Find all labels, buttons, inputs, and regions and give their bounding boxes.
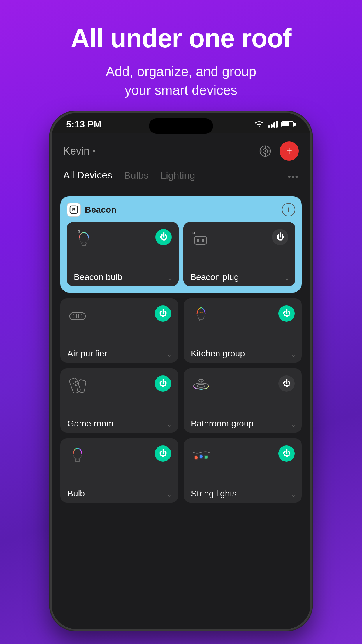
- game-room-header: ⏻: [67, 375, 171, 396]
- string-lights-header: ⏻: [191, 445, 295, 466]
- svg-point-31: [194, 383, 209, 389]
- plus-icon: +: [286, 146, 292, 156]
- header-actions: +: [257, 141, 299, 161]
- kitchen-group-chevron[interactable]: ⌄: [291, 351, 296, 358]
- add-button[interactable]: +: [280, 141, 299, 161]
- air-purifier-card[interactable]: ⏻ Air purifier ⌄: [60, 298, 178, 363]
- tabs-bar: All Devices Bulbs Lighting •••: [52, 167, 310, 190]
- power-on-icon: ⏻: [159, 309, 167, 318]
- beacon-bulb-name: Beacon bulb: [74, 272, 172, 282]
- kitchen-group-header: ⏻: [191, 305, 295, 326]
- svg-point-29: [75, 384, 77, 386]
- power-on-icon: ⏻: [159, 379, 167, 388]
- devices-row-1: ⏻ Air purifier ⌄: [60, 298, 302, 363]
- game-room-power[interactable]: ⏻: [155, 375, 171, 392]
- battery-icon: [281, 121, 296, 127]
- bathroom-group-power[interactable]: ⏻: [278, 375, 295, 392]
- svg-text:B: B: [192, 231, 195, 235]
- svg-point-28: [75, 381, 77, 383]
- tab-bulbs[interactable]: Bulbs: [124, 170, 149, 184]
- kitchen-group-power[interactable]: ⏻: [278, 305, 295, 322]
- air-purifier-icon: [67, 305, 88, 326]
- beacon-plug-card[interactable]: B ⏻ Beacon plug: [183, 222, 295, 286]
- svg-rect-26: [77, 379, 86, 393]
- beacon-bulb-icon: B: [74, 229, 94, 249]
- beacon-devices-grid: B: [67, 222, 295, 286]
- beacon-logo: B: [67, 203, 81, 217]
- beacon-plug-power[interactable]: ⏻: [272, 229, 288, 245]
- beacon-bulb-header: B: [74, 229, 172, 249]
- game-room-chevron[interactable]: ⌄: [167, 421, 172, 428]
- beacon-group-name: Beacon: [85, 205, 116, 215]
- target-icon[interactable]: [257, 143, 274, 160]
- game-room-icon: [67, 375, 88, 396]
- bathroom-group-icon: [191, 375, 211, 396]
- hero-title: All under one roof: [71, 23, 291, 53]
- svg-point-45: [194, 455, 198, 460]
- svg-rect-19: [73, 314, 77, 318]
- status-icons: [254, 120, 296, 128]
- power-on-icon: ⏻: [160, 232, 167, 242]
- beacon-plug-chevron[interactable]: ⌄: [284, 274, 289, 282]
- power-on-icon: ⏻: [283, 309, 290, 318]
- power-on-icon: ⏻: [159, 449, 167, 458]
- svg-point-27: [73, 383, 74, 384]
- string-lights-card[interactable]: ⏻ String lights ⌄: [184, 438, 302, 503]
- svg-point-30: [77, 383, 79, 384]
- color-bulb-name: Bulb: [67, 489, 171, 498]
- beacon-plug-name: Beacon plug: [190, 272, 288, 282]
- string-lights-power[interactable]: ⏻: [278, 445, 295, 462]
- svg-point-32: [197, 384, 205, 387]
- bathroom-group-card[interactable]: ⏻ Bathroom group ⌄: [184, 368, 302, 433]
- beacon-group: B Beacon i: [60, 196, 302, 293]
- power-off-icon: ⏻: [276, 232, 284, 242]
- svg-text:B: B: [78, 230, 80, 234]
- tab-all-devices[interactable]: All Devices: [63, 169, 112, 184]
- beacon-bulb-chevron[interactable]: ⌄: [168, 274, 173, 282]
- power-off-icon: ⏻: [283, 379, 290, 388]
- game-room-card[interactable]: ⏻ Game room ⌄: [60, 368, 178, 433]
- bathroom-group-chevron[interactable]: ⌄: [291, 421, 296, 428]
- game-room-name: Game room: [67, 419, 171, 428]
- color-bulb-icon: [67, 445, 88, 466]
- beacon-bulb-card[interactable]: B: [67, 222, 179, 286]
- user-name: Kevin: [63, 145, 89, 157]
- beacon-title: B Beacon: [67, 203, 116, 217]
- status-time: 5:13 PM: [66, 119, 101, 130]
- tab-more[interactable]: •••: [288, 172, 299, 182]
- svg-rect-25: [69, 377, 81, 394]
- kitchen-group-name: Kitchen group: [191, 349, 295, 358]
- power-on-icon: ⏻: [283, 449, 290, 458]
- air-purifier-chevron[interactable]: ⌄: [167, 351, 172, 358]
- bathroom-group-name: Bathroom group: [191, 419, 295, 428]
- beacon-group-header: B Beacon i: [67, 203, 295, 217]
- air-purifier-power[interactable]: ⏻: [155, 305, 171, 322]
- hero-subtitle: Add, organize, and groupyour smart devic…: [71, 62, 291, 100]
- svg-point-46: [199, 454, 203, 459]
- kitchen-group-card[interactable]: ⏻ Kitchen group ⌄: [184, 298, 302, 363]
- wifi-icon: [254, 120, 265, 128]
- beacon-info-icon[interactable]: i: [282, 203, 295, 216]
- string-lights-chevron[interactable]: ⌄: [291, 491, 296, 498]
- color-bulb-card[interactable]: ⏻ Bulb ⌄: [60, 438, 178, 503]
- svg-rect-20: [78, 314, 82, 318]
- color-bulb-power[interactable]: ⏻: [155, 445, 171, 462]
- beacon-plug-header: B ⏻: [190, 229, 288, 249]
- devices-row-3: ⏻ Bulb ⌄: [60, 438, 302, 503]
- hero-section: All under one roof Add, organize, and gr…: [53, 0, 309, 111]
- devices-row-2: ⏻ Game room ⌄: [60, 368, 302, 433]
- user-dropdown[interactable]: Kevin ▾: [63, 145, 96, 157]
- phone-mockup: 5:13 PM Kevin: [50, 111, 312, 631]
- color-bulb-chevron[interactable]: ⌄: [167, 491, 172, 498]
- svg-point-47: [204, 455, 208, 459]
- signal-bars: [268, 121, 278, 128]
- string-lights-name: String lights: [191, 489, 295, 498]
- svg-point-2: [265, 150, 266, 152]
- devices-scroll: B Beacon i: [52, 190, 310, 508]
- air-purifier-name: Air purifier: [67, 349, 171, 358]
- dropdown-arrow-icon: ▾: [92, 147, 96, 155]
- svg-rect-16: [197, 239, 199, 242]
- tab-lighting[interactable]: Lighting: [160, 170, 195, 184]
- string-lights-icon: [191, 445, 211, 466]
- beacon-bulb-power[interactable]: ⏻: [155, 229, 172, 245]
